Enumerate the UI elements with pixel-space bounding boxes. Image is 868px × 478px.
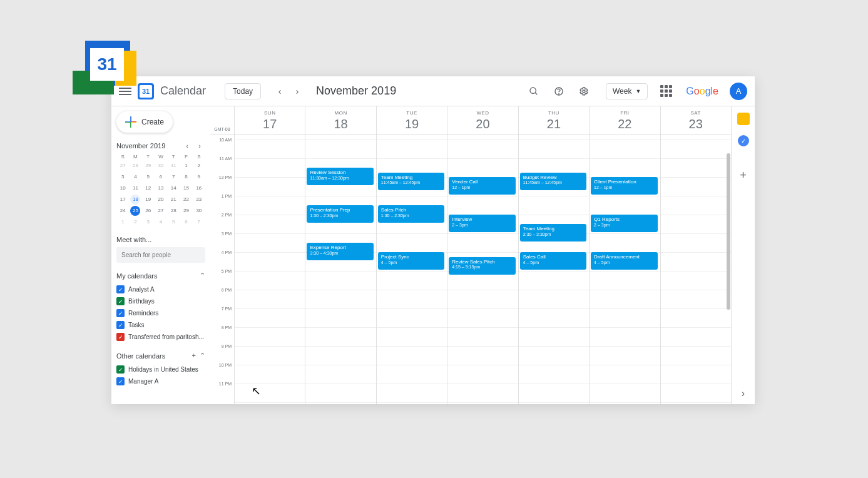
get-addons-icon[interactable]: + (737, 169, 750, 181)
mini-day[interactable]: 13 (156, 183, 166, 193)
search-icon[interactable] (524, 82, 543, 101)
mini-prev-month[interactable]: ‹ (181, 140, 193, 151)
calendar-checkbox[interactable]: ✓ (116, 333, 125, 341)
calendar-event[interactable]: Project Sync4 – 5pm (378, 252, 444, 270)
mini-day[interactable]: 12 (143, 183, 153, 193)
day-column[interactable]: Team Meeting11:45am – 12:45pmSales Pitch… (376, 135, 447, 404)
create-button[interactable]: Create (116, 111, 173, 133)
help-icon[interactable] (549, 82, 568, 101)
calendar-event[interactable]: Draft Announcement4 – 5pm (591, 252, 657, 270)
next-week-button[interactable]: › (290, 84, 305, 99)
mini-day[interactable]: 25 (130, 206, 140, 216)
mini-day[interactable]: 7 (194, 217, 204, 227)
mini-day[interactable]: 10 (118, 183, 128, 193)
google-apps-icon[interactable] (660, 85, 672, 97)
mini-day[interactable]: 23 (194, 195, 204, 205)
view-selector[interactable]: Week ▼ (606, 83, 648, 99)
mini-day[interactable]: 9 (194, 172, 204, 182)
mini-day[interactable]: 20 (156, 195, 166, 205)
calendar-item[interactable]: ✓Transferred from paritosh... (116, 331, 205, 343)
mini-day[interactable]: 21 (168, 195, 178, 205)
mini-day[interactable]: 4 (130, 172, 140, 182)
day-header[interactable]: FRI22 (589, 106, 660, 134)
day-column[interactable]: Client Presentation12 – 1pmQ1 Reports2 –… (589, 135, 660, 404)
mini-day[interactable]: 22 (181, 195, 191, 205)
day-header[interactable]: MON18 (305, 106, 375, 134)
calendar-event[interactable]: Budget Review11:45am – 12:45pm (520, 173, 586, 190)
calendar-event[interactable]: Review Session11:30am – 12:30pm (307, 168, 373, 185)
day-header[interactable]: THU21 (518, 106, 589, 134)
calendar-checkbox[interactable]: ✓ (116, 377, 125, 385)
add-calendar-icon[interactable]: + (192, 352, 196, 360)
calendar-item[interactable]: ✓Reminders (116, 307, 205, 319)
mini-day[interactable]: 3 (143, 217, 153, 227)
calendar-event[interactable]: Presentation Prep1:30 – 2:30pm (307, 205, 373, 223)
mini-day[interactable]: 30 (194, 206, 204, 216)
today-button[interactable]: Today (225, 83, 261, 99)
mini-day[interactable]: 29 (143, 161, 153, 171)
mini-day[interactable]: 28 (168, 206, 178, 216)
mini-day[interactable]: 8 (181, 172, 191, 182)
settings-icon[interactable] (574, 82, 593, 101)
mini-day[interactable]: 30 (156, 161, 166, 171)
day-column[interactable]: Budget Review11:45am – 12:45pmTeam Meeti… (518, 135, 589, 404)
day-header[interactable]: SAT23 (660, 106, 731, 134)
mini-day[interactable]: 15 (181, 183, 191, 193)
mini-day[interactable]: 1 (181, 161, 191, 171)
mini-day[interactable]: 5 (143, 172, 153, 182)
mini-day[interactable]: 27 (156, 206, 166, 216)
day-header[interactable]: WED20 (447, 106, 518, 134)
calendar-checkbox[interactable]: ✓ (116, 365, 125, 374)
calendar-item[interactable]: ✓Analyst A (116, 283, 205, 295)
calendar-event[interactable]: Sales Call4 – 5pm (520, 252, 586, 270)
search-people-input[interactable] (116, 247, 205, 263)
calendar-item[interactable]: ✓Tasks (116, 319, 205, 331)
account-avatar[interactable]: A (730, 83, 747, 100)
mini-day[interactable]: 3 (118, 172, 128, 182)
mini-day[interactable]: 26 (143, 206, 153, 216)
prev-week-button[interactable]: ‹ (272, 84, 287, 99)
calendar-item[interactable]: ✓Manager A (116, 375, 205, 387)
mini-day[interactable]: 2 (130, 217, 140, 227)
calendar-event[interactable]: Vender Call12 – 1pm (449, 177, 515, 195)
calendar-checkbox[interactable]: ✓ (116, 285, 125, 293)
calendar-event[interactable]: Interview2 – 3pm (449, 215, 515, 232)
other-calendars-header[interactable]: Other calendars + ⌃ (116, 352, 205, 360)
calendar-checkbox[interactable]: ✓ (116, 309, 125, 317)
calendar-item[interactable]: ✓Birthdays (116, 295, 205, 307)
mini-day[interactable]: 14 (168, 183, 178, 193)
mini-day[interactable]: 1 (118, 217, 128, 227)
day-column[interactable] (234, 135, 305, 404)
mini-day[interactable]: 24 (118, 206, 128, 216)
mini-day[interactable]: 7 (168, 172, 178, 182)
calendar-event[interactable]: Q1 Reports2 – 3pm (591, 215, 657, 232)
day-column[interactable]: Review Session11:30am – 12:30pmPresentat… (305, 135, 375, 404)
mini-next-month[interactable]: › (194, 140, 205, 151)
calendar-item[interactable]: ✓Holidays in United States (116, 364, 205, 375)
mini-day[interactable]: 11 (130, 183, 140, 193)
calendar-event[interactable]: Expense Report3:30 – 4:30pm (307, 243, 373, 260)
mini-day[interactable]: 6 (181, 217, 191, 227)
calendar-checkbox[interactable]: ✓ (116, 321, 125, 329)
mini-day[interactable]: 16 (194, 183, 204, 193)
mini-day[interactable]: 17 (118, 195, 128, 205)
calendar-event[interactable]: Team Meeting11:45am – 12:45pm (378, 173, 444, 190)
mini-day[interactable]: 6 (156, 172, 166, 182)
mini-day[interactable]: 19 (143, 195, 153, 205)
keep-icon[interactable] (737, 113, 750, 125)
mini-day[interactable]: 2 (194, 161, 204, 171)
mini-day[interactable]: 27 (118, 161, 128, 171)
mini-day[interactable]: 28 (130, 161, 140, 171)
mini-day[interactable]: 4 (156, 217, 166, 227)
collapse-panel-icon[interactable]: › (742, 388, 745, 399)
mini-day[interactable]: 31 (168, 161, 178, 171)
tasks-icon[interactable] (738, 135, 749, 146)
day-column[interactable] (660, 135, 731, 404)
mini-day[interactable]: 29 (181, 206, 191, 216)
my-calendars-header[interactable]: My calendars ⌃ (116, 272, 205, 280)
calendar-checkbox[interactable]: ✓ (116, 297, 125, 305)
calendar-event[interactable]: Sales Pitch1:30 – 2:30pm (378, 205, 444, 223)
mini-day[interactable]: 5 (168, 217, 178, 227)
day-column[interactable]: Vender Call12 – 1pmInterview2 – 3pmRevie… (447, 135, 518, 404)
calendar-event[interactable]: Client Presentation12 – 1pm (591, 177, 657, 195)
